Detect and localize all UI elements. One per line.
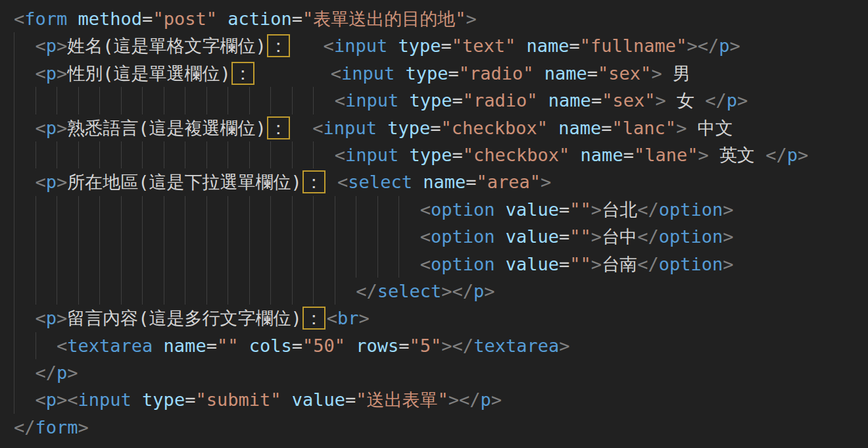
code-token: = xyxy=(430,118,441,138)
code-token: = xyxy=(292,9,302,29)
code-token: "post" xyxy=(153,9,217,29)
unicode-highlight-box: ： xyxy=(302,307,326,330)
code-token: p xyxy=(46,172,57,192)
code-line[interactable]: </form> xyxy=(14,414,868,441)
code-editor[interactable]: <form method="post" action="表單送出的目的地"> <… xyxy=(0,0,868,448)
code-token: = xyxy=(448,63,458,84)
code-token xyxy=(291,118,313,138)
code-line[interactable]: <p>熟悉語言(這是複選欄位)： <input type="checkbox" … xyxy=(14,114,868,141)
code-line[interactable]: <textarea name="" cols="50" rows="5"></t… xyxy=(14,332,868,359)
code-token: >< xyxy=(57,389,78,410)
code-token: 英文 xyxy=(709,145,766,165)
code-token: > xyxy=(723,199,733,220)
code-token: = xyxy=(623,145,634,165)
code-token: type xyxy=(409,145,452,165)
code-token: = xyxy=(601,118,612,138)
code-line[interactable]: <input type="checkbox" name="lane"> 英文 <… xyxy=(14,141,868,168)
code-token: < xyxy=(324,36,334,56)
code-token: = xyxy=(292,336,302,356)
code-token: option xyxy=(431,254,495,274)
code-token: option xyxy=(659,226,723,247)
code-token xyxy=(327,172,337,192)
code-line[interactable]: <p>姓名(這是單格文字欄位)： <input type="text" name… xyxy=(14,32,868,59)
code-token: < xyxy=(420,199,431,220)
indent-guides xyxy=(14,114,36,141)
code-token: 熟悉語言(這是複選欄位) xyxy=(67,118,266,138)
indent-guides xyxy=(14,251,420,278)
indent-guides xyxy=(14,32,36,59)
code-token: </ xyxy=(765,145,787,165)
code-token: input xyxy=(345,145,398,165)
code-token: "" xyxy=(569,226,591,247)
code-token: > xyxy=(591,199,602,220)
code-token: "checkbox" xyxy=(463,145,570,165)
code-token: "radio" xyxy=(463,90,538,111)
code-token: < xyxy=(36,118,46,138)
code-line[interactable]: <form method="post" action="表單送出的目的地"> xyxy=(14,5,868,32)
code-token: > xyxy=(591,226,602,247)
code-token: textarea xyxy=(67,336,153,356)
code-token xyxy=(67,9,78,29)
code-token: form xyxy=(36,417,78,437)
unicode-highlight-box: ： xyxy=(302,170,326,193)
code-token: < xyxy=(337,172,348,192)
code-token: action xyxy=(228,9,292,29)
code-token xyxy=(495,254,506,274)
code-line[interactable]: <option value="">台中</option> xyxy=(14,223,868,250)
code-token: > xyxy=(651,63,662,84)
code-line[interactable]: <option value="">台北</option> xyxy=(14,196,868,223)
indent-guides xyxy=(14,223,420,250)
code-token: < xyxy=(14,9,24,29)
code-token: "5" xyxy=(410,336,442,356)
code-token: = xyxy=(206,336,217,356)
code-token: ></ xyxy=(448,389,481,410)
code-token: p xyxy=(46,389,57,410)
code-line[interactable]: </select></p> xyxy=(14,278,868,305)
code-token: option xyxy=(431,199,495,220)
code-token: = xyxy=(587,63,598,84)
code-token: ></ xyxy=(441,336,473,356)
code-token: </ xyxy=(637,199,659,220)
code-token: < xyxy=(36,172,46,192)
code-token xyxy=(132,389,142,410)
code-line[interactable]: <p><input type="submit" value="送出表單"></p… xyxy=(14,386,868,413)
code-token: 留言內容(這是多行文字欄位) xyxy=(67,308,302,328)
code-line[interactable]: <input type="radio" name="sex"> 女 </p> xyxy=(14,87,868,114)
code-line[interactable]: <p>性別(這是單選欄位)： <input type="radio" name=… xyxy=(14,60,868,87)
code-token: > xyxy=(591,254,602,274)
code-token: p xyxy=(46,118,57,138)
code-token: option xyxy=(659,199,723,220)
code-token: "text" xyxy=(452,36,516,56)
code-token: value xyxy=(506,254,559,274)
code-token: = xyxy=(345,389,356,410)
code-token: ></ xyxy=(441,281,473,301)
code-token: name xyxy=(544,63,587,84)
code-line[interactable]: <p>留言內容(這是多行文字欄位)：<br> xyxy=(14,305,868,332)
code-line[interactable]: <option value="">台南</option> xyxy=(14,251,868,278)
code-token: < xyxy=(36,36,46,56)
code-token xyxy=(495,226,506,247)
code-token xyxy=(256,63,331,84)
code-token: input xyxy=(78,389,132,410)
code-token xyxy=(377,118,387,138)
code-token: 中文 xyxy=(687,118,733,138)
code-line[interactable]: <p>所在地區(這是下拉選單欄位)： <select name="area"> xyxy=(14,168,868,195)
code-line[interactable]: </p> xyxy=(14,359,868,386)
code-token: = xyxy=(559,254,569,274)
code-token: < xyxy=(57,336,67,356)
code-token: > xyxy=(723,226,733,247)
code-token: < xyxy=(420,254,431,274)
code-token: name xyxy=(581,145,623,165)
code-token: </ xyxy=(36,362,57,383)
code-token: </ xyxy=(356,281,377,301)
indent-guides xyxy=(14,141,335,168)
code-token: type xyxy=(405,63,448,84)
code-token: < xyxy=(36,389,46,410)
code-token: = xyxy=(142,9,153,29)
code-token: > xyxy=(57,36,67,56)
code-token: type xyxy=(409,90,452,111)
code-token: > xyxy=(698,145,708,165)
code-token: "" xyxy=(217,336,239,356)
code-token: "50" xyxy=(302,336,345,356)
code-token: < xyxy=(36,308,46,328)
